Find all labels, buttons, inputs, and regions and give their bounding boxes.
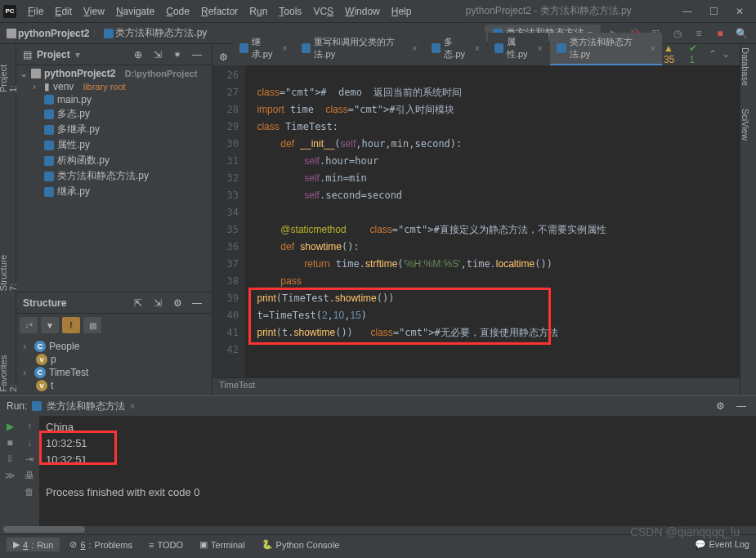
menu-edit[interactable]: Edit xyxy=(50,4,77,19)
gear-icon[interactable]: ⚙ xyxy=(712,398,728,414)
titlebar: PC File Edit View Navigate Code Refactor… xyxy=(0,0,756,23)
tree-file[interactable]: 多继承.py xyxy=(16,122,212,137)
collapse-icon[interactable]: ✶ xyxy=(169,47,186,63)
structure-item[interactable]: vp xyxy=(20,353,208,366)
menu-code[interactable]: Code xyxy=(161,4,195,19)
editor-tab[interactable]: 属性.py× xyxy=(488,33,549,65)
watermark-text: CSDN @qianqqqq_lu xyxy=(630,525,740,538)
editor-breadcrumb[interactable]: TimeTest xyxy=(212,377,740,395)
close-tab-icon[interactable]: × xyxy=(651,44,655,53)
tool-database-tab[interactable]: Database xyxy=(740,44,750,89)
tree-venv[interactable]: ›▮venv library root xyxy=(16,80,212,93)
structure-item[interactable]: ›CPeople xyxy=(20,340,208,353)
menu-help[interactable]: Help xyxy=(387,4,417,19)
editor-tab[interactable]: 重写和调用父类的方法.py× xyxy=(295,33,423,65)
close-tab-icon[interactable]: × xyxy=(538,44,543,53)
chevron-down-icon[interactable]: ⌃ xyxy=(709,48,717,60)
print-icon[interactable]: 🖶 xyxy=(25,470,34,481)
close-icon[interactable]: ✕ xyxy=(733,5,746,18)
tool-sciview-tab[interactable]: SciView xyxy=(740,105,750,144)
menu-run[interactable]: Run xyxy=(244,4,272,19)
close-tab-icon[interactable]: × xyxy=(282,44,287,53)
breadcrumb-file[interactable]: 类方法和静态方法.py xyxy=(104,26,207,40)
editor-tab-active[interactable]: 类方法和静态方法.py× xyxy=(550,33,661,65)
structure-panel-header: Structure ⇱ ⇲ ⚙ — xyxy=(16,292,212,314)
warning-indicator[interactable]: ▲ 35 xyxy=(664,42,684,65)
tree-file[interactable]: 析构函数.py xyxy=(16,153,212,168)
code-content[interactable]: class="cmt"># demo 返回当前的系统时间 import time… xyxy=(245,65,740,377)
tree-file[interactable]: 属性.py xyxy=(16,137,212,153)
close-run-tab-icon[interactable]: × xyxy=(130,402,135,411)
right-tool-strip: Database SciView xyxy=(740,44,756,395)
trash-icon[interactable]: 🗑 xyxy=(25,486,34,498)
tool-structure-tab[interactable]: 7: Structure xyxy=(0,243,18,294)
breadcrumb-project[interactable]: pythonProject2 xyxy=(7,28,89,39)
attach-icon[interactable]: ≫ xyxy=(5,470,16,481)
hide-icon[interactable]: — xyxy=(189,295,205,311)
down-arrow-icon[interactable]: ↓ xyxy=(27,437,32,449)
expand-icon[interactable]: ⇲ xyxy=(150,47,166,63)
status-bar: ▢ PyCharm 2020.2.5 available // Update..… xyxy=(0,554,756,558)
structure-item[interactable]: vt xyxy=(20,379,208,392)
editor-tab[interactable]: 继承.py× xyxy=(233,33,294,65)
tree-file[interactable]: 多态.py xyxy=(16,106,212,122)
wrap-icon[interactable]: ⇥ xyxy=(25,453,34,465)
stop-icon[interactable]: ■ xyxy=(7,437,12,449)
project-tree: ⌄pythonProject2 D:\pythonProject ›▮venv … xyxy=(16,65,212,292)
menu-view[interactable]: View xyxy=(78,4,110,19)
filter-icon[interactable]: ▼ xyxy=(41,317,59,333)
structure-item[interactable]: ›CTimeTest xyxy=(20,366,208,379)
profile-icon[interactable]: ◷ xyxy=(669,25,686,42)
down-icon[interactable]: ⇩ xyxy=(6,453,14,465)
tree-file[interactable]: main.py xyxy=(16,93,212,106)
up-arrow-icon[interactable]: ↑ xyxy=(27,421,32,432)
tab-settings-icon[interactable]: ⚙ xyxy=(216,49,231,65)
menu-refactor[interactable]: Refactor xyxy=(196,4,243,19)
menu-file[interactable]: File xyxy=(23,4,48,19)
close-tab-icon[interactable]: × xyxy=(412,44,417,53)
search-icon[interactable]: 🔍 xyxy=(733,25,749,42)
left-tool-strip: 1: Project 7: Structure 2: Favorites xyxy=(0,44,16,395)
select-opened-icon[interactable]: ⊕ xyxy=(130,47,146,63)
status-tab-run[interactable]: ▶ 4: Run xyxy=(7,538,60,551)
run-config-name: 类方法和静态方法 xyxy=(47,400,125,413)
tree-root[interactable]: ⌄pythonProject2 D:\pythonProject xyxy=(16,67,212,80)
expand-all-icon[interactable]: ⇱ xyxy=(130,295,146,311)
chevron-up-icon[interactable]: ⌄ xyxy=(722,48,730,60)
gear-icon[interactable]: ⚙ xyxy=(169,295,186,311)
hide-icon[interactable]: — xyxy=(189,47,205,63)
close-tab-icon[interactable]: × xyxy=(475,44,480,53)
project-panel-header: ▤ Project ▾ ⊕ ⇲ ✶ — xyxy=(16,44,212,65)
fields-icon[interactable]: f xyxy=(62,317,80,333)
editor-tab[interactable]: 多态.py× xyxy=(425,33,486,65)
menu-navigate[interactable]: Navigate xyxy=(111,4,159,19)
check-indicator[interactable]: ✔ 1 xyxy=(689,42,704,65)
structure-toolbar: ↓ᵃ ▼ f ▤ xyxy=(16,314,212,337)
tree-file[interactable]: 类方法和静态方法.py xyxy=(16,168,212,184)
editor-tabs: ⚙ 继承.py× 重写和调用父类的方法.py× 多态.py× 属性.py× 类方… xyxy=(212,44,740,65)
inherited-icon[interactable]: ▤ xyxy=(83,317,101,333)
status-tab-terminal[interactable]: ▣ Terminal xyxy=(193,538,252,551)
minimize-icon[interactable]: — xyxy=(681,5,694,18)
project-view-icon[interactable]: ▤ xyxy=(23,49,32,60)
pycharm-logo-icon: PC xyxy=(3,5,16,18)
concurrency-icon[interactable]: ≡ xyxy=(691,25,707,42)
tool-project-tab[interactable]: 1: Project xyxy=(0,52,18,96)
maximize-icon[interactable]: ☐ xyxy=(707,5,720,18)
status-tab-todo[interactable]: ≡ TODO xyxy=(142,538,190,551)
code-editor[interactable]: 2627282930313233343536373839404142 class… xyxy=(212,65,740,377)
menu-tools[interactable]: Tools xyxy=(274,4,306,19)
menu-vcs[interactable]: VCS xyxy=(308,4,338,19)
console-output[interactable]: China10:32:5110:32:51 Process finished w… xyxy=(39,416,756,526)
rerun-icon[interactable]: ▶ xyxy=(7,421,14,432)
stop-button-icon[interactable]: ■ xyxy=(712,25,728,42)
status-tab-python-console[interactable]: 🐍 Python Console xyxy=(255,538,347,551)
status-tab-problems[interactable]: ⊘ 6: Problems xyxy=(63,538,139,551)
menu-window[interactable]: Window xyxy=(340,4,385,19)
collapse-all-icon[interactable]: ⇲ xyxy=(150,295,166,311)
tree-file[interactable]: 继承.py xyxy=(16,184,212,199)
tool-favorites-tab[interactable]: 2: Favorites xyxy=(0,343,18,395)
hide-icon[interactable]: — xyxy=(733,398,749,414)
event-log-button[interactable]: 💬 Event Log xyxy=(695,539,749,550)
sort-icon[interactable]: ↓ᵃ xyxy=(20,317,38,333)
